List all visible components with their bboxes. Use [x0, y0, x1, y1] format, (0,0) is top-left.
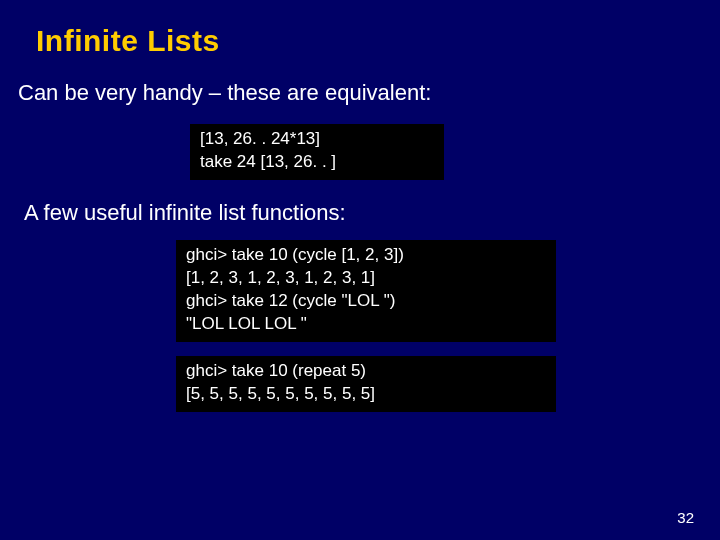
slide: Infinite Lists Can be very handy – these…: [0, 0, 720, 540]
code-block-cycle: ghci> take 10 (cycle [1, 2, 3]) [1, 2, 3…: [176, 240, 556, 342]
paragraph-functions: A few useful infinite list functions:: [24, 200, 702, 226]
code-block-equivalent: [13, 26. . 24*13] take 24 [13, 26. . ]: [190, 124, 444, 180]
code-block-repeat: ghci> take 10 (repeat 5) [5, 5, 5, 5, 5,…: [176, 356, 556, 412]
paragraph-equivalent: Can be very handy – these are equivalent…: [18, 80, 702, 106]
slide-title: Infinite Lists: [36, 24, 702, 58]
page-number: 32: [677, 509, 694, 526]
